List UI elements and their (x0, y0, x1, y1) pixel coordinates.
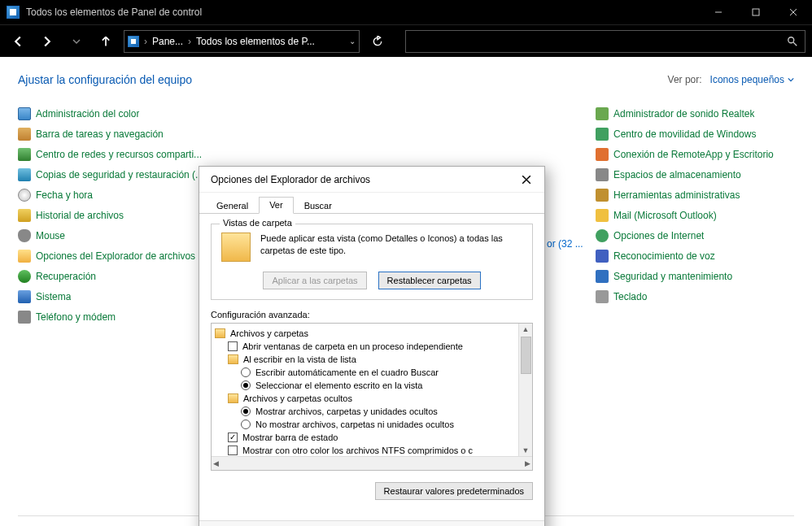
tree-label: Mostrar barra de estado (242, 433, 338, 442)
explorer-options-dialog: Opciones del Explorador de archivos Gene… (199, 166, 545, 526)
microphone-icon (596, 250, 609, 263)
radio-icon[interactable] (241, 380, 251, 390)
radio-icon[interactable] (241, 419, 251, 429)
radio-icon[interactable] (241, 406, 251, 416)
breadcrumb-sep-icon: › (144, 36, 147, 47)
recent-dropdown[interactable] (65, 30, 88, 53)
cp-item-keyboard[interactable]: Teclado (596, 290, 791, 303)
address-bar[interactable]: › Pane... › Todos los elementos de P... … (124, 30, 360, 53)
dialog-title: Opciones del Explorador de archivos (211, 174, 370, 185)
chevron-down-icon (788, 76, 794, 83)
tab-general[interactable]: General (206, 198, 259, 214)
radio-icon[interactable] (241, 367, 251, 377)
horizontal-scrollbar[interactable]: ◀▶ (212, 456, 532, 470)
checkbox-icon[interactable] (228, 446, 238, 455)
cp-item-label: Mouse (36, 230, 65, 241)
tree-node-radio[interactable]: Seleccionar el elemento escrito en la vi… (213, 379, 516, 392)
cp-item-admintools[interactable]: Herramientas administrativas (596, 189, 791, 202)
maximize-button[interactable] (737, 0, 775, 24)
recovery-icon (18, 270, 31, 283)
minimize-button[interactable] (700, 0, 737, 24)
backup-icon (18, 168, 31, 181)
cp-item-truncated[interactable]: or (32 ... (547, 238, 583, 250)
folder-icon (228, 354, 238, 364)
tree-node-checkbox[interactable]: Mostrar con otro color los archivos NTFS… (213, 444, 516, 457)
dialog-close-button[interactable] (517, 170, 536, 189)
svg-point-4 (788, 37, 794, 42)
breadcrumb-seg[interactable]: Todos los elementos de P... (196, 36, 315, 47)
svg-rect-1 (753, 9, 759, 15)
navigation-bar: › Pane... › Todos los elementos de P... … (0, 24, 812, 57)
restore-defaults-button[interactable]: Restaurar valores predeterminados (375, 482, 533, 500)
cp-item-label: Teléfono y módem (36, 311, 116, 323)
tree-node-folder[interactable]: Archivos y carpetas ocultos (213, 392, 516, 405)
tab-buscar[interactable]: Buscar (294, 198, 343, 214)
tree-node-radio[interactable]: No mostrar archivos, carpetas ni unidade… (213, 418, 516, 431)
checkbox-icon[interactable] (228, 341, 238, 351)
cp-item-label: Herramientas administrativas (613, 189, 740, 201)
folder-views-icon (221, 233, 251, 262)
vertical-scrollbar[interactable]: ▲▼ (518, 324, 532, 456)
phone-icon (18, 311, 31, 324)
close-button[interactable] (775, 0, 812, 24)
refresh-button[interactable] (366, 30, 389, 53)
folder-views-fieldset: Vistas de carpeta Puede aplicar esta vis… (211, 224, 533, 300)
tools-icon (596, 189, 609, 202)
fieldset-text: Puede aplicar esta vista (como Detalles … (260, 233, 522, 262)
checkbox-icon[interactable] (228, 433, 238, 442)
cp-item-security[interactable]: Seguridad y mantenimiento (596, 270, 791, 283)
flag-icon (596, 270, 609, 283)
cp-item-storage[interactable]: Espacios de almacenamiento (596, 168, 791, 181)
search-icon (787, 36, 798, 47)
tree-node-radio[interactable]: Escribir automáticamente en el cuadro Bu… (213, 366, 516, 379)
advanced-settings-label: Configuración avanzada: (211, 310, 533, 320)
cp-item-color-management[interactable]: Administración del color (18, 107, 303, 120)
folder-icon (215, 328, 225, 338)
taskbar-icon (18, 128, 31, 141)
cp-item-label: Seguridad y mantenimiento (613, 271, 732, 282)
cp-item-label: Administrador de sonido Realtek (613, 108, 754, 120)
cp-item-internet[interactable]: Opciones de Internet (596, 229, 791, 242)
system-icon (18, 290, 31, 303)
scroll-thumb[interactable] (521, 337, 531, 374)
reset-folders-button[interactable]: Restablecer carpetas (378, 272, 481, 289)
tree-label: Archivos y carpetas ocultos (243, 393, 352, 403)
scroll-right-icon[interactable]: ▶ (523, 458, 532, 469)
cp-item-speech[interactable]: Reconocimiento de voz (596, 250, 791, 263)
cp-item-taskbar[interactable]: Barra de tareas y navegación (18, 128, 303, 141)
tree-node-checkbox[interactable]: Mostrar barra de estado (213, 431, 516, 444)
cp-item-label: Centro de movilidad de Windows (613, 128, 756, 140)
search-input[interactable] (405, 30, 805, 53)
viewby-dropdown[interactable]: Iconos pequeños (710, 74, 794, 85)
breadcrumb-seg[interactable]: Pane... (152, 36, 183, 47)
folder-icon (228, 393, 238, 403)
advanced-settings-tree[interactable]: Archivos y carpetas Abrir ventanas de ca… (211, 323, 533, 471)
scroll-left-icon[interactable]: ◀ (212, 458, 220, 469)
cp-item-network[interactable]: Centro de redes y recursos comparti... (18, 148, 303, 161)
tree-node-folder[interactable]: Archivos y carpetas (213, 327, 516, 340)
remote-icon (596, 148, 609, 161)
scroll-down-icon[interactable]: ▼ (521, 445, 531, 456)
mouse-icon (18, 229, 31, 242)
up-button[interactable] (94, 30, 117, 53)
mail-icon (596, 209, 609, 222)
tree-node-folder[interactable]: Al escribir en la vista de lista (213, 353, 516, 366)
chevron-down-icon[interactable]: ⌄ (349, 37, 356, 46)
cp-item-label: Teclado (613, 291, 647, 302)
back-button[interactable] (7, 30, 29, 53)
cp-item-label: Fecha y hora (36, 189, 93, 201)
cp-item-mail[interactable]: Mail (Microsoft Outlook) (596, 209, 791, 222)
network-icon (18, 148, 31, 161)
cp-item-realtek[interactable]: Administrador de sonido Realtek (596, 107, 791, 120)
tree-node-radio[interactable]: Mostrar archivos, carpetas y unidades oc… (213, 405, 516, 418)
cp-item-mobility[interactable]: Centro de movilidad de Windows (596, 128, 791, 141)
cp-item-remoteapp[interactable]: Conexión de RemoteApp y Escritorio (596, 148, 791, 161)
tab-ver[interactable]: Ver (259, 197, 294, 214)
tree-node-checkbox[interactable]: Abrir ventanas de carpeta en un proceso … (213, 340, 516, 353)
cp-item-label: Historial de archivos (36, 210, 124, 221)
tree-label: No mostrar archivos, carpetas ni unidade… (255, 419, 454, 429)
forward-button[interactable] (36, 30, 59, 53)
breadcrumb-sep-icon: › (188, 36, 191, 47)
clock-icon (18, 189, 31, 202)
scroll-up-icon[interactable]: ▲ (521, 324, 531, 335)
